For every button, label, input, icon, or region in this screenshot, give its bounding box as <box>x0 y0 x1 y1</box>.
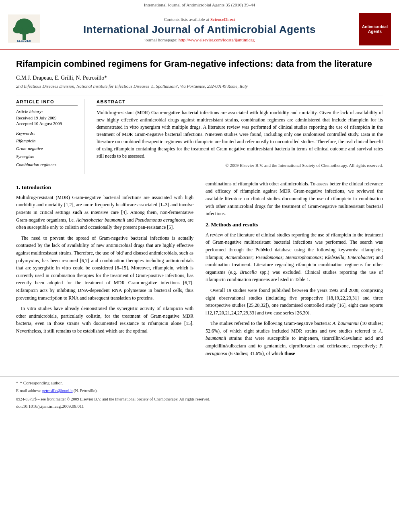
corresponding-author-note: * * Corresponding author. <box>16 380 383 385</box>
journal-homepage: journal homepage: http://www.elsevier.co… <box>48 37 351 42</box>
body-col-right: combinations of rifampicin with other an… <box>206 180 383 360</box>
section1-text: Multidrug-resistant (MDR) Gram-negative … <box>16 194 193 335</box>
svg-point-4 <box>26 26 35 33</box>
body-section: 1. Introduction Multidrug-resistant (MDR… <box>16 180 383 360</box>
article-info: ARTICLE INFO Article history: Received 1… <box>16 99 84 174</box>
article-title: Rifampicin combined regimens for Gram-ne… <box>16 58 383 70</box>
copyright: © 2009 Elsevier B.V. and the Internation… <box>97 162 383 169</box>
doi-line: doi:10.1016/j.ijantimicag.2009.08.011 <box>16 404 383 409</box>
svg-text:ELSEVIER: ELSEVIER <box>17 39 31 42</box>
affiliation: 2nd Infectious Diseases Division, Nation… <box>16 84 383 88</box>
abstract-heading: ABSTRACT <box>97 99 383 106</box>
authors: C.M.J. Drapeau, E. Grilli, N. Petrosillo… <box>16 75 383 81</box>
keywords-label: Keywords: <box>16 131 78 136</box>
article-content: Rifampicin combined regimens for Gram-ne… <box>0 50 399 368</box>
keywords-section: Keywords: Rifampicin Gram-negative Syner… <box>16 131 78 169</box>
email-link[interactable]: petrosillo@inuni.it <box>42 388 73 393</box>
journal-header: ELSEVIER Contents lists available at Sci… <box>0 9 399 50</box>
info-abstract-section: ARTICLE INFO Article history: Received 1… <box>16 95 383 174</box>
accepted-date: Accepted 10 August 2009 <box>16 121 78 126</box>
email-note: E-mail address: petrosillo@inuni.it (N. … <box>16 388 383 394</box>
abstract-text: Multidrug-resistant (MDR) Gram-negative … <box>97 109 383 169</box>
journal-logo-box: AntimicrobialAgents <box>359 13 391 45</box>
article-history: Article history: Received 19 July 2009 A… <box>16 109 78 126</box>
article-footer: * * Corresponding author. E-mail address… <box>0 376 399 417</box>
section2-text: A review of the literature of clinical s… <box>206 231 383 357</box>
issn-note: 0924-8579/$ – see front matter © 2009 El… <box>16 396 383 402</box>
abstract-section: ABSTRACT Multidrug-resistant (MDR) Gram-… <box>97 99 383 174</box>
keyword-1: Rifampicin <box>16 137 78 145</box>
article-info-heading: ARTICLE INFO <box>16 99 78 106</box>
history-label: Article history: <box>16 109 78 114</box>
received-date: Received 19 July 2009 <box>16 115 78 120</box>
body-col-left: 1. Introduction Multidrug-resistant (MDR… <box>16 180 193 360</box>
section1-right-text: combinations of rifampicin with other an… <box>206 180 383 218</box>
keywords-list: Rifampicin Gram-negative Synergism Combi… <box>16 137 78 169</box>
journal-logo-right: AntimicrobialAgents <box>359 13 391 45</box>
keyword-2: Gram-negative <box>16 145 78 153</box>
journal-volume-info: International Journal of Antimicrobial A… <box>0 0 399 9</box>
elsevier-logo: ELSEVIER <box>8 14 40 44</box>
homepage-link[interactable]: http://www.elsevier.com/locate/ijantimic… <box>179 37 255 42</box>
sciencedirect-link[interactable]: ScienceDirect <box>210 17 235 22</box>
svg-point-3 <box>13 26 23 33</box>
journal-title-area: Contents lists available at ScienceDirec… <box>48 17 351 42</box>
contents-line: Contents lists available at ScienceDirec… <box>48 17 351 22</box>
journal-name: International Journal of Antimicrobial A… <box>48 23 351 36</box>
keyword-4: Combination regimens <box>16 161 78 169</box>
section1-heading: 1. Introduction <box>16 184 193 191</box>
section2-heading: 2. Methods and results <box>206 222 383 228</box>
keyword-3: Synergism <box>16 153 78 161</box>
